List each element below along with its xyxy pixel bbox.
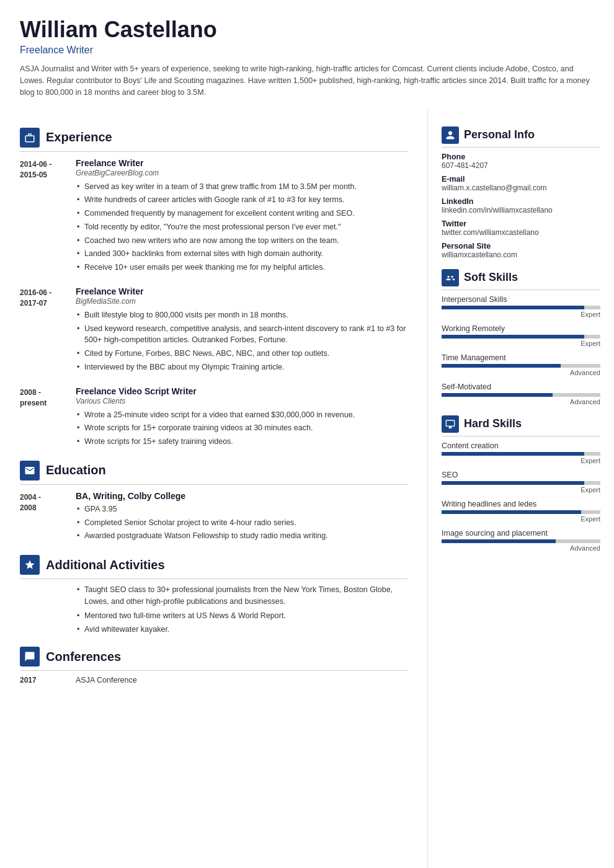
resume-header: William Castellano Freelance Writer ASJA… xyxy=(0,0,614,110)
hard-skill-item: Writing headlines and ledesExpert xyxy=(442,500,600,523)
person-svg xyxy=(445,130,455,140)
skill-bar-container xyxy=(442,539,600,543)
bullet-item: Built lifestyle blog to 800,000 visits p… xyxy=(76,309,407,321)
skill-bar-container xyxy=(442,452,600,456)
personal-info-icon xyxy=(442,126,459,144)
skill-level: Advanced xyxy=(442,544,600,552)
personal-info-item: LinkedInlinkedin.com/in/williamxcastella… xyxy=(442,197,600,215)
conferences-icon xyxy=(20,647,40,666)
bullet-item: Used keyword research, competitive analy… xyxy=(76,323,407,347)
skill-bar-container xyxy=(442,364,600,368)
conference-entry: 2017ASJA Conference xyxy=(20,676,407,684)
personal-info-item: E-mailwilliam.x.castellano@gmail.com xyxy=(442,175,600,192)
experience-entry: 2016-06 - 2017-07Freelance WriterBigMedi… xyxy=(20,286,407,375)
personal-info-value: 607-481-4207 xyxy=(442,161,600,170)
right-column: Personal Info Phone607-481-4207E-mailwil… xyxy=(428,110,614,868)
experience-entry: 2008 - presentFreelance Video Script Wri… xyxy=(20,386,407,450)
conf-name: ASJA Conference xyxy=(76,676,137,684)
skill-name: Interpersonal Skills xyxy=(442,295,600,304)
bullet-item: Write hundreds of career articles with G… xyxy=(76,194,407,206)
entry-date: 2014-06 - 2015-05 xyxy=(20,158,76,275)
bullet-item: Landed 300+ backlinks from external site… xyxy=(76,248,407,260)
skill-name: Content creation xyxy=(442,441,600,450)
skill-bar-fill xyxy=(442,306,584,309)
entry-company: GreatBigCareerBlog.com xyxy=(76,169,407,177)
edu-date: 2004 - 2008 xyxy=(20,491,76,544)
skill-level: Expert xyxy=(442,515,600,523)
soft-skill-item: Interpersonal SkillsExpert xyxy=(442,295,600,318)
skill-bar-fill xyxy=(442,452,584,456)
personal-info-label: Twitter xyxy=(442,219,600,228)
soft-skill-item: Time ManagementAdvanced xyxy=(442,353,600,376)
personal-info-item: Twittertwitter.com/williamxcastellano xyxy=(442,219,600,237)
skill-level: Advanced xyxy=(442,369,600,376)
skill-name: SEO xyxy=(442,471,600,479)
personal-info-title: Personal Info xyxy=(464,128,535,141)
resume-container: William Castellano Freelance Writer ASJA… xyxy=(0,0,614,868)
entry-date: 2016-06 - 2017-07 xyxy=(20,286,76,375)
soft-skills-header: Soft Skills xyxy=(442,269,600,290)
skill-name: Writing headlines and ledes xyxy=(442,500,600,508)
edu-degree: BA, Writing, Colby College xyxy=(76,491,407,501)
skill-bar-container xyxy=(442,510,600,514)
bullet-item: Receive 10+ user emails per week thankin… xyxy=(76,262,407,273)
activity-bullet-item: Taught SEO class to 30+ professional jou… xyxy=(76,584,407,608)
hard-skills-icon xyxy=(442,415,459,433)
personal-info-label: Personal Site xyxy=(442,242,600,250)
entry-job-title: Freelance Video Script Writer xyxy=(76,386,407,396)
hard-skill-item: SEOExpert xyxy=(442,471,600,494)
education-entry: 2004 - 2008BA, Writing, Colby CollegeGPA… xyxy=(20,491,407,544)
skill-bar-container xyxy=(442,393,600,397)
soft-skill-item: Self-MotivatedAdvanced xyxy=(442,383,600,405)
skill-bar-fill xyxy=(442,481,584,485)
entry-bullets-list: Served as key writer in a team of 3 that… xyxy=(76,181,407,273)
bullet-item: Commended frequently by management for e… xyxy=(76,208,407,219)
candidate-name: William Castellano xyxy=(20,17,594,42)
edu-bullet-item: Awarded postgraduate Watson Fellowship t… xyxy=(76,530,407,542)
skill-bar-fill xyxy=(442,364,561,368)
additional-icon xyxy=(20,555,40,575)
skill-bar-container xyxy=(442,481,600,485)
experience-entry: 2014-06 - 2015-05Freelance WriterGreatBi… xyxy=(20,158,407,275)
conference-entries: 2017ASJA Conference xyxy=(20,676,407,684)
education-entries: 2004 - 2008BA, Writing, Colby CollegeGPA… xyxy=(20,491,407,544)
skill-level: Expert xyxy=(442,311,600,318)
bullet-item: Wrote scripts for 15+ corporate training… xyxy=(76,422,407,434)
conference-svg xyxy=(24,651,35,662)
entry-bullets-list: Wrote a 25-minute video script for a vid… xyxy=(76,409,407,448)
skill-level: Expert xyxy=(442,457,600,464)
bullet-item: Served as key writer in a team of 3 that… xyxy=(76,181,407,193)
activity-bullet-item: Mentored two full-time writers at US New… xyxy=(76,610,407,622)
skill-bar-fill xyxy=(442,393,553,397)
entry-content: Freelance WriterGreatBigCareerBlog.comSe… xyxy=(76,158,407,275)
personal-info-value: william.x.castellano@gmail.com xyxy=(442,184,600,192)
edu-bullet-item: GPA 3.95 xyxy=(76,503,407,515)
skill-bar-container xyxy=(442,306,600,309)
skill-name: Self-Motivated xyxy=(442,383,600,391)
personal-info-header: Personal Info xyxy=(442,126,600,148)
bullet-item: Interviewed by the BBC about my Olympic … xyxy=(76,361,407,373)
bullet-item: Coached two new writers who are now amon… xyxy=(76,235,407,247)
personal-info-label: Phone xyxy=(442,153,600,161)
education-section-header: Education xyxy=(20,461,407,485)
experience-entries: 2014-06 - 2015-05Freelance WriterGreatBi… xyxy=(20,158,407,450)
entry-content: Freelance Video Script WriterVarious Cli… xyxy=(76,386,407,450)
hard-skill-item: Content creationExpert xyxy=(442,441,600,464)
hard-skills-svg xyxy=(445,419,455,429)
soft-skills-svg xyxy=(445,273,455,283)
conferences-section-header: Conferences xyxy=(20,647,407,671)
personal-info-item: Phone607-481-4207 xyxy=(442,153,600,170)
personal-info-value: linkedin.com/in/williamxcastellano xyxy=(442,206,600,215)
skill-name: Working Remotely xyxy=(442,324,600,333)
additional-bullets: Taught SEO class to 30+ professional jou… xyxy=(76,584,407,636)
soft-skills-title: Soft Skills xyxy=(464,271,518,284)
edu-bullets-list: GPA 3.95Completed Senior Scholar project… xyxy=(76,503,407,542)
conf-date: 2017 xyxy=(20,676,76,684)
skill-level: Advanced xyxy=(442,398,600,405)
edu-bullet-item: Completed Senior Scholar project to writ… xyxy=(76,517,407,529)
hard-skills-title: Hard Skills xyxy=(464,417,522,430)
personal-info-value: twitter.com/williamxcastellano xyxy=(442,228,600,237)
education-svg xyxy=(24,465,35,476)
bullet-item: Wrote a 25-minute video script for a vid… xyxy=(76,409,407,421)
skill-level: Expert xyxy=(442,486,600,494)
